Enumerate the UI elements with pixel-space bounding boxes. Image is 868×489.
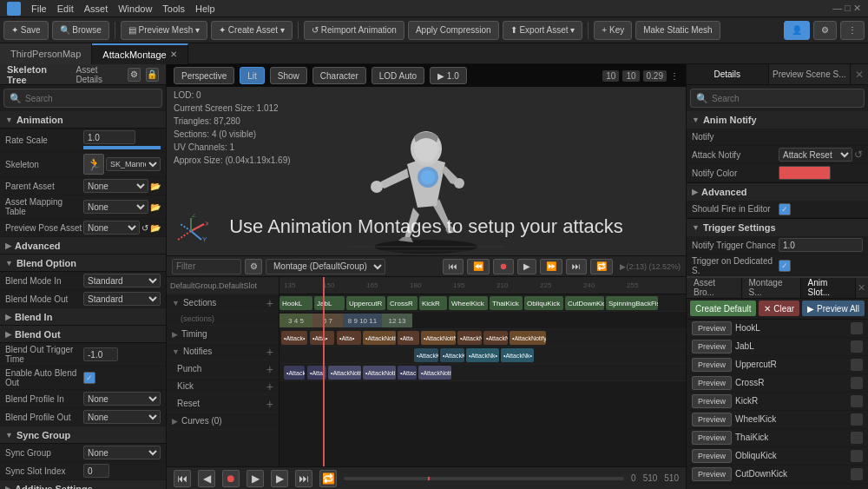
anim-notify-header[interactable]: ▼ Anim Notify	[687, 111, 868, 129]
additive-settings-header[interactable]: ▶ Additive Settings	[0, 480, 166, 489]
apply-compression-button[interactable]: Apply Compression	[408, 21, 499, 40]
asset-browser-tab[interactable]: Asset Bro...	[687, 278, 742, 298]
parent-asset-browse-icon[interactable]: 📂	[150, 182, 161, 191]
timeline-tracks[interactable]: 135 150 165 180 195 210 225 240 255	[279, 277, 686, 466]
kick-attackk-2[interactable]: •AttackK	[440, 348, 464, 362]
sections-add-button[interactable]: +	[266, 296, 273, 310]
blend-mode-out-select[interactable]: Standard	[83, 292, 161, 306]
play-button[interactable]: ▶ 1.0	[430, 67, 467, 84]
sync-slot-index-input[interactable]	[83, 464, 109, 478]
punch-attack-2[interactable]: •Atta•	[310, 331, 334, 345]
section-thaikick[interactable]: ThaiKick	[490, 296, 523, 310]
character-button[interactable]: Character	[312, 67, 366, 84]
clear-button[interactable]: ✕ Clear	[759, 301, 799, 316]
timing-cell-3[interactable]: 12 13	[382, 314, 412, 327]
section-uppercut[interactable]: UppercutR	[346, 296, 385, 310]
preview-pose-icon[interactable]: ↺	[141, 223, 148, 233]
timeline-filter-input[interactable]	[172, 259, 241, 274]
tl-prev[interactable]: ⏪	[467, 259, 490, 274]
section-spinning[interactable]: SpinningBackFist	[606, 296, 658, 310]
montage-slot-select[interactable]: Montage (DefaultGroup)	[266, 259, 385, 274]
asset-mapping-browse-icon[interactable]: 📂	[150, 202, 161, 212]
tl-playhead[interactable]	[323, 277, 325, 466]
browse-button[interactable]: 🔍 Browse	[52, 21, 109, 40]
close-icon[interactable]: ✕	[170, 50, 177, 59]
kickr-preview-button[interactable]: Preview	[692, 394, 732, 408]
blend-mode-in-select[interactable]: Standard	[83, 274, 161, 287]
lit-button[interactable]: Lit	[240, 67, 265, 84]
pb-slider[interactable]	[344, 477, 624, 480]
pb-next[interactable]: ▶	[271, 470, 288, 487]
menu-window[interactable]: Window	[118, 3, 152, 14]
section-hookl[interactable]: HookL	[279, 296, 312, 310]
panel-close-button[interactable]: ✕	[851, 64, 868, 84]
pb-loop[interactable]: 🔁	[319, 470, 337, 487]
parent-asset-select[interactable]: None	[83, 179, 148, 193]
punch-attacknotify-3[interactable]: •AttackNotify	[510, 331, 546, 345]
show-button[interactable]: Show	[270, 67, 307, 84]
menu-edit[interactable]: Edit	[57, 3, 74, 14]
animation-section-header[interactable]: ▼ Animation	[0, 111, 166, 129]
viewport[interactable]: Perspective Lit Show Character LOD Auto …	[167, 64, 686, 255]
crossr-preview-button[interactable]: Preview	[692, 376, 732, 390]
timing-cell-1[interactable]: 6 7	[312, 314, 343, 327]
pb-play[interactable]: ▶	[247, 470, 264, 487]
section-oblique[interactable]: ObliquKick	[524, 296, 563, 310]
anim-slot-tab[interactable]: Anim Slot...	[801, 278, 856, 298]
punch-attack-6[interactable]: •AttackN	[483, 331, 508, 345]
wheelkick-preview-button[interactable]: Preview	[692, 413, 732, 426]
rate-scale-input[interactable]	[83, 130, 135, 144]
timing-cell-0[interactable]: 3 4 5	[279, 314, 312, 327]
advanced-section-header[interactable]: ▶ Advanced	[0, 237, 166, 254]
kick-attackk-1[interactable]: •AttackK	[414, 348, 438, 362]
kick-attacknk-1[interactable]: •AttackNk•	[466, 348, 499, 362]
person-icon-button[interactable]: 👤	[784, 21, 810, 40]
menu-tools[interactable]: Tools	[162, 3, 185, 14]
section-kick[interactable]: KickR	[419, 296, 447, 310]
enable-auto-blend-checkbox[interactable]: ✓	[83, 372, 95, 384]
left-search-input[interactable]	[25, 94, 156, 103]
tl-play[interactable]: ▶	[517, 259, 536, 274]
tl-record[interactable]: ⏺	[493, 259, 514, 274]
section-cross[interactable]: CrossR	[387, 296, 418, 310]
reset-attacknotify-2[interactable]: •AttackNoti	[363, 366, 396, 380]
reset-add-button[interactable]: +	[266, 397, 273, 411]
attack-notify-select[interactable]: Attack Reset	[779, 148, 852, 162]
right-advanced-header[interactable]: ▶ Advanced	[687, 183, 868, 201]
create-asset-button[interactable]: ✦ Create Asset ▾	[211, 21, 293, 40]
blend-trigger-input[interactable]	[83, 347, 118, 361]
blend-out-header[interactable]: ▶ Blend Out	[0, 326, 166, 343]
punch-attack-1[interactable]: •Attack•	[281, 331, 307, 345]
blend-profile-in-select[interactable]: None	[83, 392, 161, 406]
asset-mapping-select[interactable]: None	[83, 200, 148, 214]
preview-pose-browse-icon[interactable]: 📂	[150, 223, 161, 233]
punch-attack-3[interactable]: •Atta•	[337, 331, 361, 345]
punch-attack-4[interactable]: •Atta	[398, 331, 419, 345]
tl-next[interactable]: ⏩	[540, 259, 562, 274]
montage-sections-tab[interactable]: Montage S...	[742, 278, 801, 298]
tl-loop[interactable]: 🔁	[590, 259, 613, 274]
timing-cell-2[interactable]: 8 9 10 11	[343, 314, 382, 327]
skeleton-select[interactable]: SK_Mannequin	[106, 157, 161, 171]
panel-lock-icon[interactable]: 🔒	[146, 68, 159, 82]
section-jabl[interactable]: JabL	[314, 296, 345, 310]
create-default-button[interactable]: Create Default	[690, 301, 756, 316]
right-search-input[interactable]	[712, 94, 858, 103]
reimport-button[interactable]: ↺ Reimport Animation	[304, 21, 404, 40]
section-wheelkick[interactable]: WheelKick	[449, 296, 488, 310]
punch-add-button[interactable]: +	[266, 362, 273, 376]
blend-in-header[interactable]: ▶ Blend In	[0, 308, 166, 326]
settings-button[interactable]: ⚙	[813, 21, 837, 40]
punch-attacknotify-2[interactable]: •AttackNotify	[421, 331, 456, 345]
reset-attacknotify-3[interactable]: •AttackNotify	[418, 366, 451, 380]
trigger-dedicated-checkbox[interactable]: ✓	[779, 260, 791, 272]
tl-next-frame[interactable]: ⏭	[566, 259, 587, 274]
kick-add-button[interactable]: +	[266, 380, 273, 393]
hookl-preview-button[interactable]: Preview	[692, 321, 732, 335]
pb-record[interactable]: ⏺	[222, 470, 240, 487]
pb-prev-frame[interactable]: ⏮	[174, 470, 191, 487]
trigger-chance-input[interactable]	[779, 238, 863, 252]
preview-scene-tab[interactable]: Preview Scene S...	[769, 64, 852, 84]
tl-label-timing[interactable]: ▶ Timing	[167, 326, 279, 343]
tl-prev-frame[interactable]: ⏮	[443, 259, 464, 274]
